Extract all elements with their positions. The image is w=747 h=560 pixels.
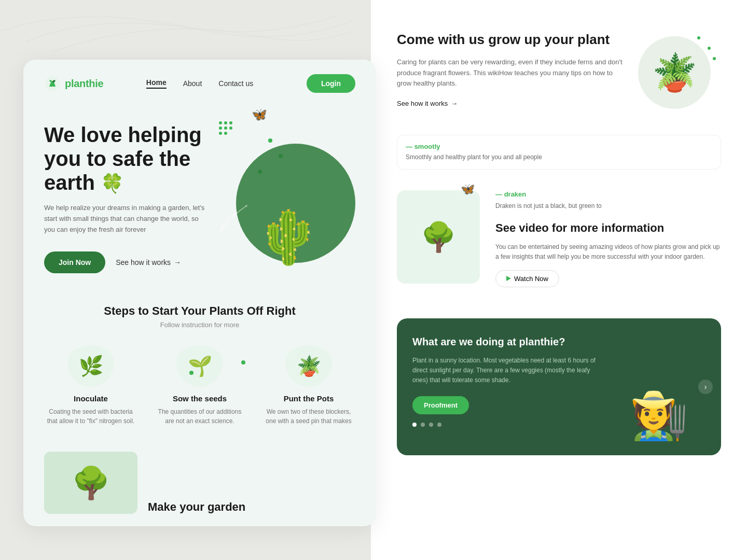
planthie-desc: Plant in a sunny location. Most vegetabl… bbox=[412, 356, 602, 386]
video-section: See video for more information You can b… bbox=[495, 211, 721, 287]
smootly-label: smootly bbox=[406, 143, 712, 150]
draken-right: draken Draken is not just a black, but g… bbox=[495, 190, 721, 287]
garden-title: Make your garden bbox=[148, 500, 245, 514]
step-sow-desc: The quantities of our additions are not … bbox=[153, 407, 246, 426]
section-dot-2 bbox=[241, 360, 245, 365]
come-with-us-desc: Caring for plants can be very rewarding,… bbox=[397, 57, 622, 89]
plant-image-area: 🪴 bbox=[638, 31, 721, 114]
navbar: planthie Home About Contact us Login bbox=[23, 60, 376, 107]
svg-point-1 bbox=[235, 213, 237, 215]
play-icon bbox=[506, 276, 511, 281]
leaf-decoration bbox=[215, 195, 257, 237]
carousel-dots bbox=[412, 423, 602, 427]
nav-links: Home About Contact us bbox=[122, 78, 278, 89]
nav-contact[interactable]: Contact us bbox=[218, 79, 253, 88]
draken-desc: Draken is not just a black, but green to bbox=[495, 201, 721, 211]
draken-label: draken bbox=[495, 190, 721, 198]
logo-text: planthie bbox=[65, 78, 103, 90]
video-title: See video for more information bbox=[495, 221, 721, 236]
svg-point-7 bbox=[224, 127, 227, 130]
see-how-button[interactable]: See how it works → bbox=[116, 258, 181, 267]
carousel-dot-3[interactable] bbox=[429, 423, 433, 427]
smootly-card: smootly Smoothly and healthy plant for y… bbox=[397, 135, 721, 170]
step-inoculate-desc: Coating the seed with bacteria that allo… bbox=[44, 407, 137, 426]
step-punt-name: Punt the Pots bbox=[262, 394, 355, 403]
step-punt: 🪴 Punt the Pots We own two of these bloc… bbox=[262, 345, 355, 426]
login-button[interactable]: Login bbox=[307, 74, 355, 93]
step-inoculate-icon: 🌿 bbox=[67, 345, 114, 387]
planthie-title: What are we doing at planthie? bbox=[412, 335, 602, 348]
logo: planthie bbox=[44, 75, 122, 92]
draken-plant-image: 🦋 🌳 bbox=[397, 190, 480, 284]
hero-desc: We help realize your dreams in making a … bbox=[44, 203, 210, 235]
section-dot-1 bbox=[189, 371, 193, 375]
logo-icon bbox=[44, 75, 61, 92]
carousel-next-button[interactable]: › bbox=[698, 380, 713, 394]
step-sow: 🌱 Sow the seeds The quantities of our ad… bbox=[153, 345, 246, 426]
join-now-button[interactable]: Join Now bbox=[44, 251, 105, 273]
draken-section: 🦋 🌳 draken Draken is not just a black, b… bbox=[371, 185, 747, 303]
right-panel: Come with us grow up your plant Caring f… bbox=[371, 0, 747, 560]
carousel-dot-4[interactable] bbox=[437, 423, 441, 427]
svg-point-8 bbox=[219, 132, 222, 135]
hero-cactus-image: 🦋 🌵 bbox=[210, 102, 366, 268]
steps-section: Steps to Start Your Plants Off Right Fol… bbox=[23, 304, 376, 426]
nav-right: Login bbox=[278, 74, 355, 93]
svg-point-3 bbox=[219, 121, 222, 124]
gardener-image: 🧑‍🌾 bbox=[612, 335, 706, 439]
svg-point-6 bbox=[219, 127, 222, 130]
step-punt-desc: We own two of these blockers, one with a… bbox=[262, 407, 355, 426]
svg-point-10 bbox=[229, 127, 232, 130]
steps-subtitle: Follow instruction for more bbox=[34, 321, 366, 329]
planthie-text: What are we doing at planthie? Plant in … bbox=[412, 335, 602, 427]
dot-pattern bbox=[215, 118, 246, 151]
video-desc: You can be entertained by seeing amazing… bbox=[495, 242, 721, 262]
svg-point-5 bbox=[229, 121, 232, 124]
carousel-dot-2[interactable] bbox=[421, 423, 425, 427]
watch-now-button[interactable]: Watch Now bbox=[495, 270, 559, 287]
hero-section: We love helping you to safe the earth 🍀 … bbox=[23, 107, 376, 273]
left-panel: planthie Home About Contact us Login We … bbox=[23, 60, 376, 526]
garden-image: 🌳 bbox=[44, 452, 137, 514]
decorative-dot bbox=[697, 36, 700, 39]
decorative-dot bbox=[708, 47, 711, 50]
nav-about[interactable]: About bbox=[183, 79, 202, 88]
decorative-dot bbox=[713, 57, 716, 60]
see-how-link[interactable]: See how it works → bbox=[397, 100, 622, 107]
hero-butterfly: 🦋 bbox=[252, 107, 267, 122]
draken-plant-emoji: 🌳 bbox=[421, 220, 457, 254]
svg-point-4 bbox=[224, 121, 227, 124]
steps-grid: 🌿 Inoculate Coating the seed with bacter… bbox=[34, 345, 366, 426]
svg-point-2 bbox=[245, 205, 247, 207]
step-punt-icon: 🪴 bbox=[285, 345, 332, 387]
carousel-dot-1[interactable] bbox=[412, 423, 417, 427]
step-sow-name: Sow the seeds bbox=[153, 394, 246, 403]
hero-title: We love helping you to safe the earth 🍀 bbox=[44, 123, 220, 194]
nav-home[interactable]: Home bbox=[146, 78, 167, 89]
butterfly-icon: 🦋 bbox=[461, 183, 475, 196]
step-inoculate-name: Inoculate bbox=[44, 394, 137, 403]
cactus-emoji: 🌵 bbox=[256, 211, 321, 268]
planthie-card: What are we doing at planthie? Plant in … bbox=[397, 318, 721, 455]
svg-point-9 bbox=[224, 132, 227, 135]
plant-pot-illustration: 🪴 bbox=[638, 36, 711, 109]
garden-section: 🌳 Make your garden bbox=[23, 452, 376, 514]
proofment-button[interactable]: Proofment bbox=[412, 396, 469, 414]
come-with-us-section: Come with us grow up your plant Caring f… bbox=[371, 0, 747, 135]
draken-info: draken Draken is not just a black, but g… bbox=[495, 190, 721, 211]
come-with-us-title: Come with us grow up your plant bbox=[397, 31, 622, 49]
smootly-text: Smoothly and healthy plant for you and a… bbox=[406, 152, 712, 162]
steps-title: Steps to Start Your Plants Off Right bbox=[34, 304, 366, 318]
come-with-us-text: Come with us grow up your plant Caring f… bbox=[397, 31, 622, 107]
step-inoculate: 🌿 Inoculate Coating the seed with bacter… bbox=[44, 345, 137, 426]
step-sow-icon: 🌱 bbox=[176, 345, 223, 387]
gardener-emoji: 🧑‍🌾 bbox=[630, 392, 688, 439]
